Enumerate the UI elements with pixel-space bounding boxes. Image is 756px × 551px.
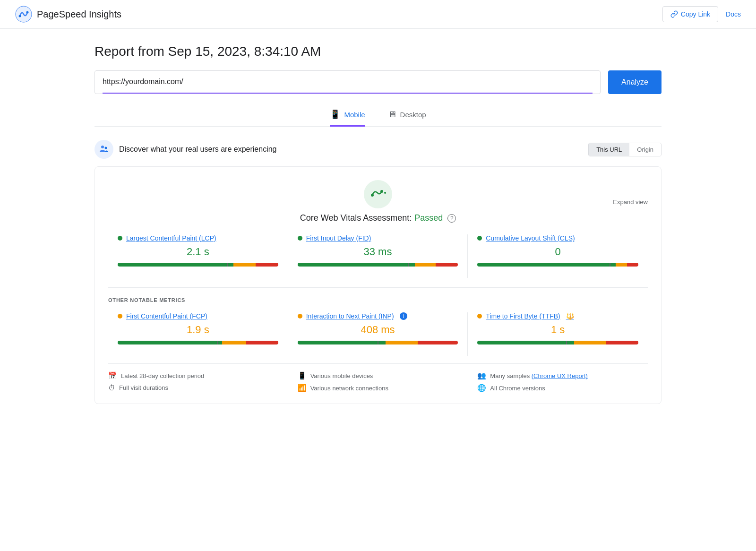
ttfb-flag-icon: 🔱 — [566, 312, 574, 320]
footer-item-period: 📅 Latest 28-day collection period — [108, 371, 279, 380]
footer-item-chrome: 🌐 All Chrome versions — [477, 384, 638, 392]
metric-fid: First Input Delay (FID) 33 ms — [288, 234, 468, 278]
footer-col-2: 📱 Various mobile devices 📶 Various netwo… — [288, 371, 468, 392]
app-title: PageSpeed Insights — [37, 9, 121, 20]
metric-fcp-dot — [118, 314, 122, 319]
cwv-status: Passed — [414, 213, 443, 223]
other-metrics-label: OTHER NOTABLE METRICS — [108, 297, 648, 303]
metric-fcp-bar — [118, 341, 278, 344]
metric-ttfb-label[interactable]: Time to First Byte (TTFB) 🔱 — [477, 312, 638, 320]
metric-fid-value: 33 ms — [298, 246, 458, 258]
metric-cls-value: 0 — [477, 246, 638, 258]
cwv-icon — [364, 180, 392, 208]
svg-point-2 — [26, 11, 29, 14]
copy-link-label: Copy Link — [681, 10, 710, 18]
chrome-icon: 🌐 — [477, 384, 486, 392]
svg-point-6 — [380, 190, 383, 193]
metric-cls: Cumulative Layout Shift (CLS) 0 — [468, 234, 648, 278]
metric-cls-label[interactable]: Cumulative Layout Shift (CLS) — [477, 234, 638, 242]
network-icon: 📶 — [298, 384, 307, 392]
url-row: Analyze — [94, 70, 662, 94]
metric-fcp-value: 1.9 s — [118, 324, 278, 336]
metric-ttfb: Time to First Byte (TTFB) 🔱 1 s — [468, 312, 648, 356]
inp-info-icon[interactable]: i — [400, 312, 407, 320]
mobile-icon: 📱 — [330, 109, 340, 120]
other-metrics-grid: First Contentful Paint (FCP) 1.9 s Inter… — [108, 312, 648, 356]
metric-lcp-value: 2.1 s — [118, 246, 278, 258]
metric-fid-label[interactable]: First Input Delay (FID) — [298, 234, 458, 242]
svg-point-4 — [105, 147, 107, 149]
svg-point-7 — [384, 192, 386, 194]
cwv-title-row: Core Web Vitals Assessment: Passed ? — [300, 213, 456, 223]
metric-fid-bar — [298, 263, 458, 267]
real-users-bar: Discover what your real users are experi… — [94, 140, 662, 159]
metric-fcp: First Contentful Paint (FCP) 1.9 s — [108, 312, 288, 356]
metric-lcp-label[interactable]: Largest Contentful Paint (LCP) — [118, 234, 278, 242]
mobile-device-icon: 📱 — [298, 371, 307, 380]
metric-ttfb-bar — [477, 341, 638, 344]
svg-point-3 — [101, 146, 104, 148]
pagespeed-logo — [15, 6, 32, 23]
calendar-icon: 📅 — [108, 371, 117, 380]
metric-inp: Interaction to Next Paint (INP) i 408 ms — [288, 312, 468, 356]
footer-item-devices: 📱 Various mobile devices — [298, 371, 459, 380]
metric-fid-dot — [298, 236, 302, 241]
tabs: 📱 Mobile 🖥 Desktop — [94, 109, 662, 127]
footer-item-duration: ⏱ Full visit durations — [108, 384, 279, 392]
this-url-button[interactable]: This URL — [589, 143, 629, 156]
cwv-svg — [369, 186, 387, 203]
copy-link-button[interactable]: Copy Link — [662, 6, 718, 22]
link-icon — [670, 10, 678, 18]
core-metrics-grid: Largest Contentful Paint (LCP) 2.1 s Fir… — [108, 234, 648, 278]
origin-button[interactable]: Origin — [629, 143, 661, 156]
cwv-title: Core Web Vitals Assessment: — [300, 213, 412, 223]
timer-icon: ⏱ — [108, 384, 115, 392]
metric-ttfb-value: 1 s — [477, 324, 638, 336]
desktop-icon: 🖥 — [388, 110, 396, 120]
header-left: PageSpeed Insights — [15, 6, 121, 23]
metric-cls-bar — [477, 263, 638, 267]
tab-mobile-label: Mobile — [344, 111, 365, 119]
report-title: Report from Sep 15, 2023, 8:34:10 AM — [94, 44, 662, 59]
footer-item-samples: 👥 Many samples (Chrome UX Report) — [477, 371, 638, 380]
real-users-left: Discover what your real users are experi… — [94, 140, 276, 159]
header: PageSpeed Insights Copy Link Docs — [0, 0, 756, 29]
metric-inp-value: 408 ms — [298, 324, 458, 336]
analyze-button[interactable]: Analyze — [608, 70, 662, 94]
people-icon: 👥 — [477, 371, 486, 380]
tab-desktop[interactable]: 🖥 Desktop — [388, 109, 426, 127]
tab-mobile[interactable]: 📱 Mobile — [330, 109, 365, 127]
main-content: Report from Sep 15, 2023, 8:34:10 AM Ana… — [76, 29, 680, 419]
cwv-card: Core Web Vitals Assessment: Passed ? Exp… — [94, 166, 662, 404]
docs-link[interactable]: Docs — [726, 10, 741, 18]
chrome-ux-report-link[interactable]: (Chrome UX Report) — [532, 372, 588, 379]
metric-inp-bar — [298, 341, 458, 344]
url-origin-toggle: This URL Origin — [588, 143, 662, 156]
cwv-help-icon[interactable]: ? — [447, 214, 456, 223]
real-users-text: Discover what your real users are experi… — [119, 145, 276, 154]
footer-col-1: 📅 Latest 28-day collection period ⏱ Full… — [108, 371, 288, 392]
footer-item-network: 📶 Various network connections — [298, 384, 459, 392]
cwv-header: Core Web Vitals Assessment: Passed ? Exp… — [108, 180, 648, 223]
metric-inp-dot — [298, 314, 302, 319]
expand-view-button[interactable]: Expand view — [613, 198, 648, 205]
users-icon — [94, 140, 113, 159]
footer-info: 📅 Latest 28-day collection period ⏱ Full… — [108, 363, 648, 392]
metric-lcp-bar — [118, 263, 278, 267]
metric-fcp-label[interactable]: First Contentful Paint (FCP) — [118, 312, 278, 320]
url-input-wrapper — [94, 70, 601, 94]
url-input[interactable] — [103, 71, 593, 94]
users-svg — [98, 144, 110, 155]
tab-desktop-label: Desktop — [400, 111, 426, 119]
metric-lcp-dot — [118, 236, 122, 241]
footer-col-3: 👥 Many samples (Chrome UX Report) 🌐 All … — [468, 371, 648, 392]
metric-cls-dot — [477, 236, 482, 241]
metric-inp-label[interactable]: Interaction to Next Paint (INP) i — [298, 312, 458, 320]
section-divider — [108, 287, 648, 288]
svg-point-1 — [19, 15, 21, 17]
header-right: Copy Link Docs — [662, 6, 741, 22]
svg-point-5 — [371, 194, 374, 197]
metric-ttfb-dot — [477, 314, 482, 319]
metric-lcp: Largest Contentful Paint (LCP) 2.1 s — [108, 234, 288, 278]
